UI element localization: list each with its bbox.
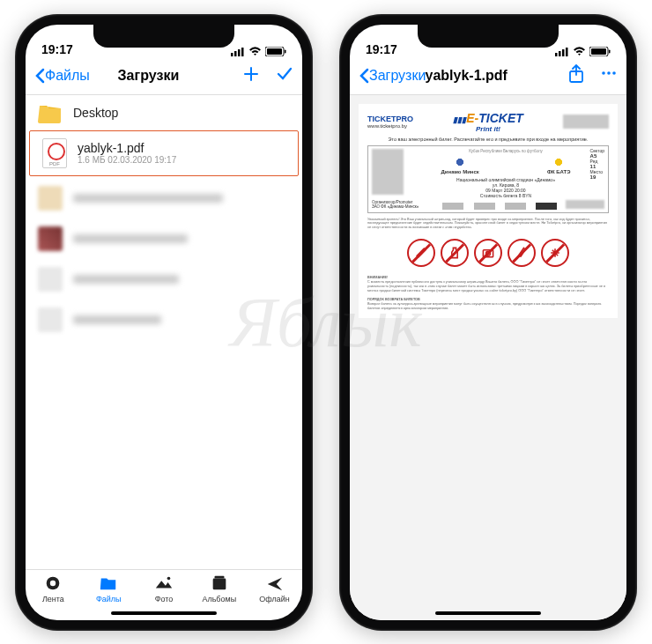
no-weapons-icon xyxy=(407,239,435,267)
svg-point-20 xyxy=(602,71,605,75)
more-button[interactable] xyxy=(600,64,618,87)
list-item xyxy=(38,180,290,217)
no-cameras-icon xyxy=(474,239,502,267)
page-title: Загрузки xyxy=(55,68,242,84)
return-block: ПОРЯДОК ВОЗВРАТА БИЛЕТОВ Возврат билета … xyxy=(367,298,609,311)
team1: Динамо Минск xyxy=(441,169,479,174)
list-item xyxy=(38,301,290,338)
ticket-box: Кубок Республики Беларусь по футболу Дин… xyxy=(367,145,609,213)
photo-icon xyxy=(154,574,174,593)
folder-name: Desktop xyxy=(73,106,118,120)
offline-icon xyxy=(265,574,285,593)
file-row-highlighted[interactable]: yablyk-1.pdf 1.6 МБ 02.03.2020 19:17 xyxy=(29,130,299,176)
no-bottles-icon xyxy=(441,239,469,267)
svg-rect-5 xyxy=(267,48,282,55)
svg-rect-18 xyxy=(609,49,611,53)
team2: ФК БАТЭ xyxy=(547,169,571,174)
printit-label: Print it! xyxy=(453,125,523,133)
seat: 19 xyxy=(590,174,596,180)
phone-right: 19:17 Загрузки yablyk-1.pdf xyxy=(339,14,637,631)
no-fireworks-icon xyxy=(541,239,569,267)
signal-icon xyxy=(231,47,245,56)
share-button[interactable] xyxy=(568,64,584,87)
svg-rect-6 xyxy=(285,49,286,53)
phone-left: 19:17 Файлы Загрузки xyxy=(15,14,313,631)
ticketpro-logo: TICKETPRO xyxy=(367,115,413,123)
tab-feed[interactable]: Лента xyxy=(26,574,81,620)
svg-rect-1 xyxy=(234,51,237,56)
wifi-icon xyxy=(573,47,586,56)
home-indicator xyxy=(435,611,541,615)
albums-icon xyxy=(210,574,229,593)
org: ЗАО ФК «Динамо-Минск» xyxy=(372,204,434,209)
svg-rect-14 xyxy=(562,49,565,56)
nav-bar: Загрузки yablyk-1.pdf xyxy=(350,58,626,95)
check-icon xyxy=(276,65,293,83)
blurred-block xyxy=(563,115,609,129)
cup-name: Кубок Республики Беларусь по футболу xyxy=(407,149,604,153)
status-right xyxy=(231,47,286,56)
plus-icon xyxy=(242,65,260,83)
price: Стоимость билета 8 BYN xyxy=(407,193,604,198)
warning-block: ВНИМАНИЕ! С момента предоставления публи… xyxy=(367,276,609,293)
fine-print: Уважаемый зритель! Это Ваш уникальный шт… xyxy=(367,218,609,231)
svg-rect-13 xyxy=(559,51,561,56)
ticketpro-url: www.ticketpro.by xyxy=(367,123,407,129)
list-item xyxy=(38,261,290,298)
prohibition-icons xyxy=(367,239,609,267)
notch xyxy=(93,25,234,48)
svg-rect-17 xyxy=(591,48,606,55)
page-title: yablyk-1.pdf xyxy=(364,68,568,84)
svg-rect-2 xyxy=(238,49,241,56)
share-icon xyxy=(568,64,584,84)
folder-row[interactable]: Desktop xyxy=(26,95,302,130)
select-button[interactable] xyxy=(276,65,293,86)
svg-point-22 xyxy=(612,71,616,75)
svg-point-24 xyxy=(486,252,491,256)
svg-rect-11 xyxy=(214,575,224,578)
status-time: 19:17 xyxy=(41,42,73,56)
tab-label: Фото xyxy=(155,595,174,603)
svg-rect-12 xyxy=(555,53,558,56)
doc-subtitle: Это ваш электронный билет. Распечатайте … xyxy=(367,137,609,142)
chevron-left-icon xyxy=(34,68,45,84)
home-indicator xyxy=(111,611,217,615)
svg-point-9 xyxy=(167,576,171,580)
tab-label: Офлайн xyxy=(259,595,289,603)
svg-rect-3 xyxy=(241,48,244,56)
tab-label: Файлы xyxy=(96,595,122,603)
files-icon xyxy=(99,574,118,593)
signal-icon xyxy=(555,47,569,56)
svg-rect-15 xyxy=(566,48,568,56)
svg-rect-10 xyxy=(212,578,226,589)
nav-bar: Файлы Загрузки xyxy=(26,58,302,95)
svg-point-21 xyxy=(607,71,611,75)
status-right xyxy=(555,47,611,56)
tab-offline[interactable]: Офлайн xyxy=(247,574,302,620)
pdf-document[interactable]: TICKETPRO www.ticketpro.by ▮▮▮E-TICKET P… xyxy=(359,104,618,318)
tab-label: Альбомы xyxy=(202,595,236,603)
wifi-icon xyxy=(248,47,262,56)
battery-icon xyxy=(265,47,286,56)
no-knives-icon xyxy=(508,239,536,267)
file-meta: 1.6 МБ 02.03.2020 19:17 xyxy=(78,155,176,165)
add-button[interactable] xyxy=(242,65,260,86)
status-time: 19:17 xyxy=(366,42,397,56)
notch xyxy=(418,25,559,48)
pdf-icon xyxy=(42,138,67,168)
battery-icon xyxy=(589,47,611,56)
folder-icon xyxy=(38,102,63,123)
file-name: yablyk-1.pdf xyxy=(78,141,176,155)
eticket-logo: ▮▮▮E-TICKET xyxy=(453,111,523,125)
feed-icon xyxy=(43,574,63,593)
tab-label: Лента xyxy=(42,595,64,603)
svg-point-8 xyxy=(50,580,56,585)
list-item xyxy=(38,220,290,257)
dots-icon xyxy=(600,64,618,82)
svg-rect-0 xyxy=(231,53,233,56)
